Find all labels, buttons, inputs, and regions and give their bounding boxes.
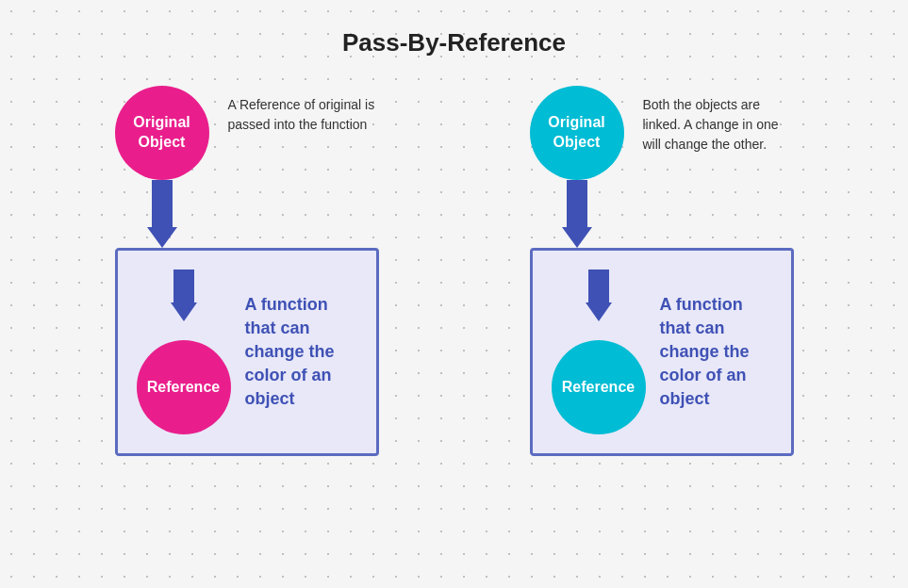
left-inner-head <box>171 302 197 321</box>
left-function-box: Reference A function that can change the… <box>115 248 379 456</box>
left-diagram: Original Object A Reference of original … <box>68 86 426 456</box>
right-connector-head <box>562 227 592 248</box>
right-original-col: Original Object <box>530 86 624 248</box>
right-inner-head <box>586 302 612 321</box>
page-title: Pass-By-Reference <box>342 28 566 57</box>
right-original-circle: Original Object <box>530 86 624 180</box>
right-inner-shaft <box>588 270 609 302</box>
left-connector-shaft <box>152 180 173 227</box>
left-arrow-label: A Reference of original is passed into t… <box>228 86 379 135</box>
left-original-col: Original Object <box>115 86 209 248</box>
right-arrow-label: Both the objects are linked. A change in… <box>643 86 794 155</box>
right-function-box: Reference A function that can change the… <box>530 248 794 456</box>
left-diagram-inner: Original Object A Reference of original … <box>115 86 379 456</box>
right-diagram-inner: Original Object Both the objects are lin… <box>530 86 794 456</box>
left-reference-circle: Reference <box>137 340 231 434</box>
right-diagram: Original Object Both the objects are lin… <box>483 86 841 456</box>
left-inner-shaft <box>173 270 194 302</box>
diagrams-container: Original Object A Reference of original … <box>68 86 841 456</box>
right-reference-circle: Reference <box>552 340 646 434</box>
left-box-left: Reference <box>137 270 231 434</box>
right-inner-top <box>586 270 612 321</box>
left-original-circle: Original Object <box>115 86 209 180</box>
right-function-text: A function that can change the color of … <box>660 293 772 412</box>
left-inner-top <box>171 270 197 321</box>
right-connector-shaft <box>567 180 587 227</box>
left-connector-head <box>147 227 177 248</box>
right-box-left: Reference <box>552 270 646 434</box>
left-function-text: A function that can change the color of … <box>245 293 357 412</box>
